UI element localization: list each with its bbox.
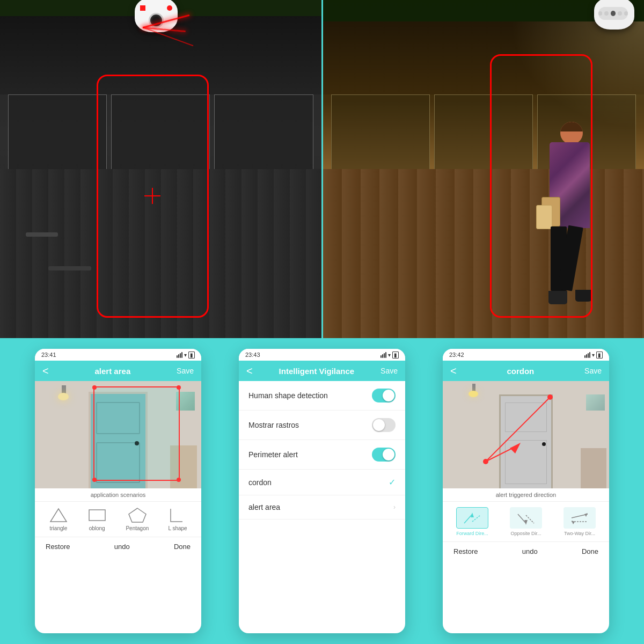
save-button-2[interactable]: Save	[380, 367, 398, 375]
done-btn-3[interactable]: Done	[582, 547, 598, 555]
dir-forward[interactable]: Forward Dire...	[456, 507, 488, 536]
shape-oblong[interactable]: oblong	[87, 507, 107, 531]
dir-opposite[interactable]: Opposite Dir...	[510, 507, 542, 536]
undo-btn-1[interactable]: undo	[114, 543, 130, 551]
item-label-perimeter: Perimeter alert	[248, 450, 298, 459]
svg-point-7	[483, 459, 488, 464]
alert-direction-label: alert triggered direction	[443, 488, 609, 502]
toggle-rastros[interactable]	[372, 418, 396, 432]
save-button-1[interactable]: Save	[177, 367, 194, 375]
back-button-3[interactable]: <	[450, 365, 457, 377]
vigilance-item-perimeter: Perimeter alert	[239, 440, 405, 470]
wifi-icon-3: ▾	[592, 352, 595, 358]
svg-line-13	[526, 515, 534, 523]
battery-icon-2: ▮	[392, 352, 399, 358]
corner-bl	[92, 478, 97, 482]
svg-point-6	[547, 394, 553, 400]
bar4	[181, 352, 182, 358]
battery-icon: ▮	[188, 352, 195, 358]
bar4	[385, 352, 386, 358]
status-bar-2: 23:43 ▾ ▮	[239, 349, 405, 361]
vigilance-item-rastros: Mostrar rastros	[239, 411, 405, 440]
left-camera-panel	[0, 0, 321, 338]
nav-bar-1: < alert area Save	[35, 361, 201, 381]
restore-btn-1[interactable]: Restore	[46, 543, 70, 551]
bar3	[180, 353, 181, 358]
back-button-2[interactable]: <	[246, 365, 253, 377]
light	[598, 11, 602, 16]
svg-marker-17	[572, 521, 575, 524]
vigilance-list: Human shape detection Mostrar rastros Pe…	[239, 381, 405, 519]
item-label-alert-area: alert area	[248, 503, 280, 511]
alert-overlay-1[interactable]	[93, 386, 180, 481]
shape-pentagon[interactable]: Pentagon	[126, 507, 149, 531]
bottom-actions-3: Restore undo Done	[443, 542, 609, 561]
pentagon-label: Pentagon	[126, 525, 149, 531]
bar3	[588, 353, 589, 358]
undo-btn-3[interactable]: undo	[522, 547, 538, 555]
pentagon-icon	[128, 507, 147, 523]
svg-line-11	[518, 514, 526, 523]
corner-tr	[177, 385, 181, 390]
lshape-icon	[168, 507, 187, 523]
twoway-arrows-svg	[569, 510, 590, 526]
shape-lshape[interactable]: L shape	[168, 507, 187, 531]
shape-tools: triangle oblong Pentagon	[35, 502, 201, 537]
dir-twoway[interactable]: Two-Way Dir...	[564, 507, 596, 536]
twoway-dir-label: Two-Way Dir...	[564, 531, 595, 536]
top-section	[0, 0, 644, 338]
bar4	[589, 352, 590, 358]
nav-title-1: alert area	[95, 367, 131, 376]
lshape-svg	[168, 507, 187, 523]
triangle-svg	[49, 507, 68, 523]
table	[48, 266, 91, 270]
status-icons-1: ▾ ▮	[177, 352, 195, 358]
pentagon-svg	[128, 507, 147, 523]
status-time-1: 23:41	[41, 352, 56, 358]
oblong-svg	[87, 507, 107, 523]
lamp-bulb	[58, 393, 69, 400]
camera-device-right	[594, 0, 634, 30]
nav-title-2: Intelligent Vigilance	[279, 367, 355, 376]
back-button-1[interactable]: <	[42, 365, 49, 377]
direction-options: Forward Dire... Opposite Dir...	[443, 502, 609, 542]
light	[624, 11, 628, 16]
wifi-icon-2: ▾	[388, 352, 391, 358]
svg-marker-15	[584, 513, 588, 517]
nav-bar-3: < cordon Save	[443, 361, 609, 381]
vigilance-item-cordon: cordon ✓	[239, 470, 405, 495]
toggle-knob-rastros	[373, 419, 385, 431]
forward-dir-icon	[456, 507, 488, 529]
toggle-perimeter[interactable]	[372, 448, 396, 462]
table	[26, 232, 58, 237]
status-bar-1: 23:41 ▾ ▮	[35, 349, 201, 361]
toggle-knob-human	[383, 390, 394, 401]
triangle-label: triangle	[49, 525, 67, 531]
alert-direction-text: alert triggered direction	[496, 492, 557, 498]
forward-dir-label: Forward Dire...	[456, 531, 488, 536]
camera-device-left	[135, 0, 178, 32]
bar2	[586, 354, 587, 358]
opposite-arrows-svg	[515, 510, 537, 526]
svg-marker-2	[129, 508, 146, 522]
triangle-icon	[49, 507, 68, 523]
forward-arrows-svg	[462, 510, 483, 526]
done-btn-1[interactable]: Done	[174, 543, 191, 551]
bar1	[380, 355, 382, 358]
restore-btn-3[interactable]: Restore	[453, 547, 478, 555]
red-light	[167, 5, 172, 11]
svg-marker-0	[50, 509, 67, 522]
twoway-dir-icon	[564, 507, 596, 529]
corner-tl	[92, 385, 97, 390]
save-button-3[interactable]: Save	[584, 367, 602, 375]
item-label-rastros: Mostrar rastros	[248, 421, 299, 429]
right-camera-panel	[321, 0, 645, 338]
toggle-human[interactable]	[372, 389, 396, 402]
shape-triangle[interactable]: triangle	[49, 507, 68, 531]
wifi-icon: ▾	[184, 352, 187, 358]
status-icons-2: ▾ ▮	[380, 352, 399, 358]
red-light	[140, 5, 145, 11]
scenario-text: application scenarios	[91, 492, 146, 498]
opposite-dir-icon	[510, 507, 542, 529]
vigilance-item-alert-area[interactable]: alert area ›	[239, 495, 405, 519]
